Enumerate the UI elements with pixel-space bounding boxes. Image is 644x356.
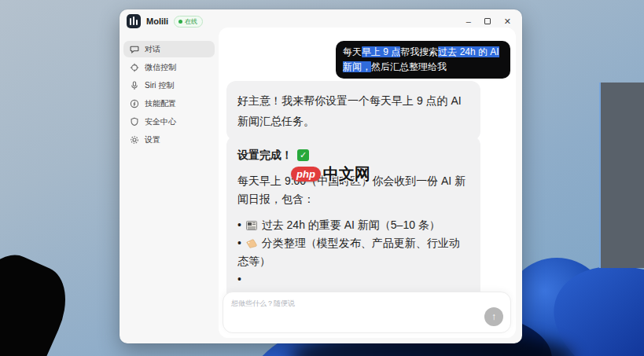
user-message-text: 帮我搜索 [400, 46, 438, 57]
bullet-item-partial: • [237, 270, 469, 288]
app-title: Molili [146, 17, 168, 26]
php-badge: php [291, 167, 321, 182]
background-window-strip[interactable] [599, 83, 644, 268]
arrow-up-icon: ↑ [491, 311, 496, 322]
online-dot-icon [178, 20, 182, 24]
minimize-button[interactable]: – [466, 17, 471, 26]
sidebar-item-settings[interactable]: 设置 [123, 131, 215, 148]
sidebar-item-label: 设置 [145, 134, 160, 145]
report-bullet-list: • 过去 24h 的重要 AI 新闻（5–10 条） • 分类整理（模型发布、产… [237, 216, 469, 288]
user-message-text: 然后汇总整理给我 [371, 61, 447, 72]
assistant-message-text: 好主意！我来帮你设置一个每天早上 9 点的 AI 新闻汇总任务。 [237, 94, 462, 127]
gear-icon [130, 135, 139, 145]
label-tag-emoji-icon [246, 239, 257, 248]
bullet-item-category: • 分类整理（模型发布、产品更新、行业动态等） [237, 234, 469, 270]
chat-input[interactable] [223, 292, 510, 319]
newspaper-emoji-icon [246, 221, 257, 230]
chat-input-area: ↑ [223, 292, 511, 333]
molili-logo-icon [127, 14, 141, 28]
sidebar-item-chat[interactable]: 对话 [123, 41, 215, 57]
sidebar: 对话 微信控制 Siri 控制 技能配置 安全中心 [120, 36, 219, 343]
sidebar-item-siri-control[interactable]: Siri 控制 [123, 77, 215, 94]
setup-complete-text: 设置完成！ [237, 146, 293, 164]
send-button[interactable]: ↑ [484, 307, 503, 326]
user-message-bubble: 每天早上 9 点帮我搜索过去 24h 的 AI 新闻，然后汇总整理给我 [336, 41, 510, 79]
molili-app-window: Molili 在线 – ✕ 对话 微信控制 Siri [120, 9, 522, 343]
maximize-button[interactable] [484, 18, 491, 24]
wallpaper-dark-corner [0, 244, 79, 356]
setup-complete-heading: 设置完成！ ✓ [237, 146, 469, 164]
skill-bolt-icon [130, 99, 139, 108]
sidebar-item-label: 微信控制 [145, 62, 176, 73]
status-badge: 在线 [174, 16, 203, 28]
sidebar-item-security-center[interactable]: 安全中心 [123, 113, 215, 130]
crosshair-icon [130, 63, 139, 72]
user-message-text: 每天 [343, 46, 362, 57]
bullet-text: 过去 24h 的重要 AI 新闻（5–10 条） [262, 218, 440, 231]
user-message-selected-text: 早上 9 点 [362, 46, 400, 57]
status-badge-label: 在线 [185, 17, 197, 26]
chat-bubble-icon [130, 45, 139, 54]
sidebar-item-skills-config[interactable]: 技能配置 [123, 95, 215, 112]
php-cn-watermark: php 中文网 [291, 163, 370, 185]
assistant-message-bubble: 好主意！我来帮你设置一个每天早上 9 点的 AI 新闻汇总任务。 [226, 81, 480, 141]
sidebar-item-label: 对话 [145, 44, 160, 55]
check-mark-emoji: ✓ [297, 149, 309, 161]
close-button[interactable]: ✕ [504, 17, 511, 26]
sidebar-item-label: 技能配置 [145, 98, 176, 109]
bullet-item-news: • 过去 24h 的重要 AI 新闻（5–10 条） [237, 216, 469, 234]
watermark-text: 中文网 [323, 163, 370, 185]
bullet-text: 分类整理（模型发布、产品更新、行业动态等） [237, 237, 460, 267]
sidebar-item-label: 安全中心 [145, 116, 176, 127]
sidebar-item-label: Siri 控制 [145, 80, 174, 91]
microphone-icon [130, 81, 139, 90]
sidebar-item-wechat-control[interactable]: 微信控制 [123, 59, 215, 75]
shield-icon [130, 117, 139, 127]
